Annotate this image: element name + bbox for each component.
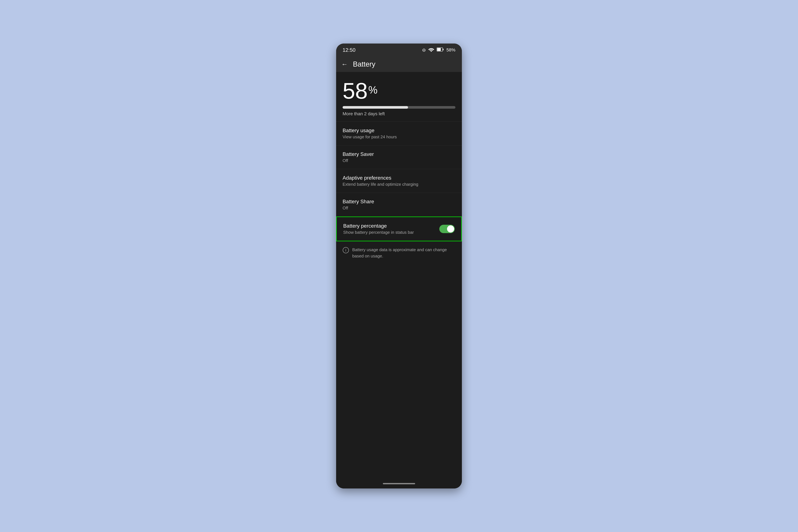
battery-share-value: Off — [343, 206, 455, 211]
battery-percentage-title: Battery percentage — [343, 223, 439, 229]
phone-frame: 12:50 ⊖ 58% ← Battery — [336, 43, 462, 489]
status-bar: 12:50 ⊖ 58% — [336, 43, 462, 56]
svg-text:i: i — [345, 248, 346, 252]
battery-progress-bar — [343, 106, 455, 109]
info-section: i Battery usage data is approximate and … — [336, 242, 462, 264]
battery-header-section: 58 % More than 2 days left — [336, 72, 462, 121]
page-title: Battery — [353, 60, 375, 68]
adaptive-preferences-item[interactable]: Adaptive preferences Extend battery life… — [336, 169, 462, 193]
svg-rect-1 — [443, 49, 443, 50]
battery-days-left: More than 2 days left — [343, 111, 455, 116]
info-icon: i — [343, 247, 349, 255]
dnd-icon: ⊖ — [422, 48, 426, 53]
info-text: Battery usage data is approximate and ca… — [352, 247, 455, 259]
back-button[interactable]: ← — [341, 61, 348, 68]
adaptive-preferences-title: Adaptive preferences — [343, 175, 455, 181]
battery-progress-container — [343, 106, 455, 109]
home-indicator — [336, 479, 462, 489]
battery-big-number: 58 % — [343, 80, 455, 102]
adaptive-preferences-text: Adaptive preferences Extend battery life… — [343, 175, 455, 187]
battery-saver-value: Off — [343, 158, 455, 163]
battery-usage-subtitle: View usage for past 24 hours — [343, 134, 455, 139]
toggle-knob — [447, 225, 454, 232]
battery-percentage-subtitle: Show battery percentage in status bar — [343, 230, 439, 235]
battery-saver-text: Battery Saver Off — [343, 151, 455, 163]
battery-progress-fill — [343, 106, 408, 109]
status-icons: ⊖ 58% — [422, 47, 455, 53]
battery-share-title: Battery Share — [343, 198, 455, 205]
wifi-icon — [428, 47, 434, 53]
home-bar — [383, 483, 415, 484]
battery-percentage-text: Battery percentage Show battery percenta… — [343, 223, 439, 235]
adaptive-preferences-subtitle: Extend battery life and optimize chargin… — [343, 182, 455, 187]
content-area: 58 % More than 2 days left Battery usage… — [336, 72, 462, 479]
battery-percent-status: 58% — [446, 48, 455, 53]
battery-percentage-toggle[interactable] — [439, 225, 455, 233]
svg-rect-2 — [437, 48, 441, 51]
battery-usage-title: Battery usage — [343, 128, 455, 133]
battery-usage-text: Battery usage View usage for past 24 hou… — [343, 128, 455, 139]
battery-percentage-large: 58 — [343, 80, 368, 102]
battery-share-text: Battery Share Off — [343, 198, 455, 211]
battery-saver-item[interactable]: Battery Saver Off — [336, 146, 462, 169]
battery-share-item[interactable]: Battery Share Off — [336, 193, 462, 216]
battery-status-icon — [437, 47, 444, 53]
top-app-bar: ← Battery — [336, 56, 462, 72]
status-time: 12:50 — [343, 47, 356, 53]
battery-percentage-item[interactable]: Battery percentage Show battery percenta… — [336, 216, 462, 241]
percent-sign: % — [368, 85, 378, 95]
battery-saver-title: Battery Saver — [343, 151, 455, 157]
battery-usage-item[interactable]: Battery usage View usage for past 24 hou… — [336, 122, 462, 145]
